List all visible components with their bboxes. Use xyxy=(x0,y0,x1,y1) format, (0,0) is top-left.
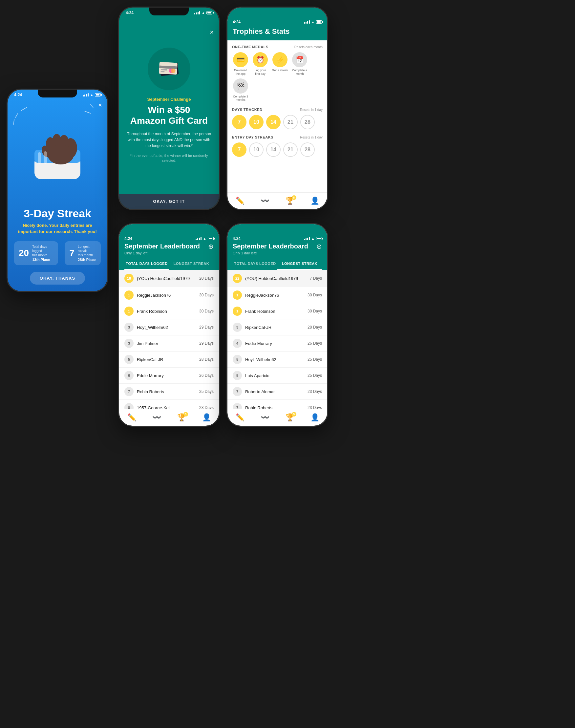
lb-rank: 4 xyxy=(233,339,242,348)
days-tracked-row: 7 10 14 21 28 xyxy=(232,115,323,129)
tab-longest-streak[interactable]: LONGEST STREAK xyxy=(169,258,214,270)
lb-days: 29 Days xyxy=(199,325,214,330)
entry-streaks-label: ENTRY DAY STREAKS xyxy=(232,135,273,139)
lb-name: Roberto Alomar xyxy=(245,389,307,394)
medal-circle-earned: ⚡ xyxy=(272,52,288,67)
stat-days-logged: 20 Total days logged this month 13th Pla… xyxy=(14,241,58,265)
one-time-reset: Resets each month xyxy=(294,45,323,49)
nav-trophy-icon[interactable]: 🏆 5 xyxy=(281,195,298,206)
challenge-top: × September Challenge Win a xyxy=(119,17,219,194)
time: 4:24 xyxy=(126,10,134,15)
hand-svg xyxy=(28,130,87,183)
lb-days: 29 Days xyxy=(199,341,214,345)
close-button[interactable]: × xyxy=(210,29,214,36)
nav-chart-icon[interactable]: 〰️ xyxy=(148,412,165,423)
nav-trophy-icon[interactable]: 🏆 5 xyxy=(173,412,190,423)
lb-add-icon[interactable]: ⊕ xyxy=(208,242,214,251)
phone-trophies: 4:24 ▲ Trophies & Stats ONE-TI xyxy=(227,6,328,210)
days-circle-21: 21 xyxy=(283,115,298,129)
wifi-icon: ▲ xyxy=(203,237,206,240)
nav-person-icon[interactable]: 👤 xyxy=(307,412,323,423)
lb-days: 23 Days xyxy=(307,405,322,409)
lb-days: 23 Days xyxy=(199,405,214,409)
lb-days: 30 Days xyxy=(199,293,214,297)
lb-name: Eddie Murrary xyxy=(245,341,307,346)
challenge-tag: September Challenge xyxy=(147,97,191,102)
nav-trophy-icon[interactable]: 🏆 5 xyxy=(281,412,298,423)
lb-name: Luis Aparicio xyxy=(245,373,307,378)
nav-person-icon[interactable]: 👤 xyxy=(198,412,215,423)
lb-row: 4 Eddie Murrary 26 Days xyxy=(228,335,327,352)
days-tracked-reset: Resets in 1 day xyxy=(300,108,323,111)
nav-chart-icon[interactable]: 〰️ xyxy=(257,412,273,423)
lb-rank: 5 xyxy=(233,371,242,380)
sparkle-line xyxy=(90,103,94,108)
stat1-label: Total days logged this month 13th Place xyxy=(32,244,54,262)
medal-circle-unearned: 📅 xyxy=(292,52,307,67)
time: 4:24 xyxy=(233,20,241,24)
phone-leaderboard-streak: 4:24 ▲ September Leaderboard ⊛ Only 1 da… xyxy=(227,223,328,427)
lb-title: September Leaderboard xyxy=(124,242,200,250)
nav-person-icon[interactable]: 👤 xyxy=(307,195,323,206)
lb-name: Robin Roberts xyxy=(137,389,199,394)
lb-tabs: TOTAL DAYS LOGGED LONGEST STREAK xyxy=(233,258,322,270)
okay-thanks-button[interactable]: OKAY, THANKS xyxy=(30,272,85,285)
phone-leaderboard-total: 4:24 ▲ September Leaderboard ⊕ Only 1 da… xyxy=(118,223,220,427)
tab-total-days[interactable]: TOTAL DAYS LOGGED xyxy=(233,258,277,270)
nav-chart-icon[interactable]: 〰️ xyxy=(257,195,273,206)
leaderboard-total-screen: 4:24 ▲ September Leaderboard ⊕ Only 1 da… xyxy=(119,224,219,426)
nav-pencil-icon[interactable]: ✏️ xyxy=(232,412,248,423)
lb-row: 1 Frank Robinson 30 Days xyxy=(119,303,219,319)
phone-streak: 4:24 ▲ × xyxy=(6,89,108,292)
medal-download-app: 💳 Download the app xyxy=(232,52,249,76)
lb-rank: 7 xyxy=(233,387,242,396)
lb-subtitle: Only 1 day left! xyxy=(233,251,322,255)
notch xyxy=(149,7,189,15)
card-icon-circle xyxy=(148,47,190,90)
lb-rank: 3 xyxy=(124,323,134,332)
nav-pencil-icon[interactable]: ✏️ xyxy=(232,195,248,206)
medal-complete-3-months: 🏁 Complete 3 months xyxy=(232,78,249,102)
lb-days: 23 Days xyxy=(307,389,322,394)
signal-icon xyxy=(194,11,200,14)
days-circle-28: 28 xyxy=(300,115,315,129)
nav-pencil-icon[interactable]: ✏️ xyxy=(124,412,140,423)
lb-row: 8 1957-George-Kell 23 Days xyxy=(119,400,219,409)
tab-longest-streak[interactable]: LONGEST STREAK xyxy=(277,258,322,270)
section-header: DAYS TRACKED Resets in 1 day xyxy=(232,108,323,111)
lb-rank: 3 xyxy=(233,323,242,332)
status-icons: ▲ xyxy=(194,11,212,15)
lb-rank: 7 xyxy=(124,387,134,396)
credit-card-svg xyxy=(158,61,180,77)
stat-longest-streak: 7 Longest streak this month 28th Place xyxy=(65,241,101,265)
lb-star-icon[interactable]: ⊛ xyxy=(316,242,322,251)
lb-rank: 1 xyxy=(124,306,134,316)
medal-label: Download the app xyxy=(232,69,249,76)
sparkle-line xyxy=(21,107,27,111)
one-time-medals-section: ONE-TIME MEDALS Resets each month 💳 Down… xyxy=(232,45,323,102)
nav-badge: 5 xyxy=(292,412,296,417)
lb-body: 18 (YOU) HoldenCaulfield1979 20 Days 1 R… xyxy=(119,270,219,409)
streak-circle-14: 14 xyxy=(266,142,281,157)
tab-total-days[interactable]: TOTAL DAYS LOGGED xyxy=(124,258,169,270)
medal-get-streak: ⚡ Get a streak xyxy=(271,52,289,76)
medal-circle-unearned: 🏁 xyxy=(233,78,248,94)
lb-rank: 1 xyxy=(124,291,134,300)
lb-rank: 5 xyxy=(233,355,242,364)
challenge-note: *In the event of a tie, the winner will … xyxy=(126,153,212,163)
stat2-label: Longest streak this month 28th Place xyxy=(78,244,96,262)
lb-row: 1 Frank Robinson 30 Days xyxy=(228,303,327,319)
okay-got-it-button[interactable]: OKAY, GOT IT xyxy=(124,199,214,204)
phone-challenge: 4:24 ▲ × xyxy=(118,6,220,210)
status-bar: 4:24 ▲ xyxy=(233,17,322,26)
lb-rank: 1 xyxy=(233,306,242,316)
close-button[interactable]: × xyxy=(98,101,102,109)
battery-icon xyxy=(208,237,214,240)
challenge-title: Win a $50 Amazon Gift Card xyxy=(130,104,208,126)
lb-me-row: 22 (YOU) HoldenCaulfield1979 7 Days xyxy=(228,270,327,287)
medal-circle-earned: ⏰ xyxy=(253,52,268,67)
medal-label: Get a streak xyxy=(272,69,288,72)
lb-rank: 8 xyxy=(124,403,134,409)
lb-name: Hoyt_Wilhelm62 xyxy=(137,325,199,330)
medals-row: 💳 Download the app ⏰ Log your first day … xyxy=(232,52,323,102)
